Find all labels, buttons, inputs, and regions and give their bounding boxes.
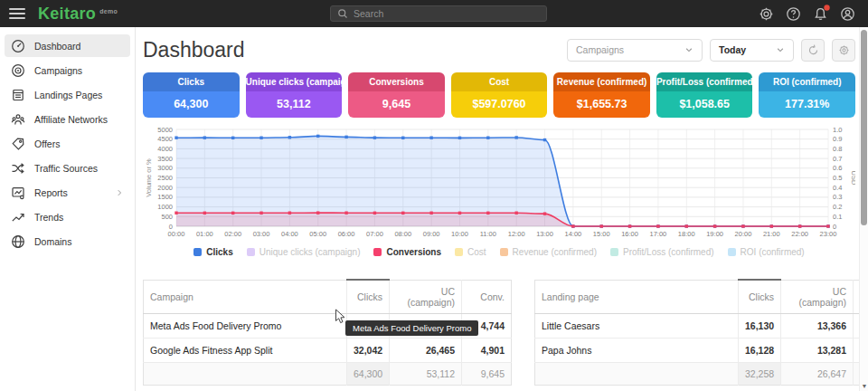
scrollbar-down-arrow[interactable]: ▼	[860, 383, 868, 389]
value-cell: 4,901	[462, 338, 512, 362]
global-search[interactable]	[330, 5, 547, 22]
total-cell	[535, 362, 739, 385]
legend-item-roi-confirmed[interactable]: ROI (confirmed)	[728, 247, 805, 257]
sidebar-item-domains[interactable]: Domains	[5, 230, 130, 253]
sidebar-item-traffic-sources[interactable]: Traffic Sources	[5, 157, 130, 179]
svg-text:500: 500	[161, 213, 173, 221]
svg-text:13:00: 13:00	[536, 230, 553, 238]
legend-item-profit-loss-confirmed[interactable]: Profit/Loss (confirmed)	[610, 247, 714, 257]
svg-text:0.5: 0.5	[833, 174, 842, 182]
column-header-uc-campaign[interactable]: UC (campaign)	[390, 280, 462, 313]
table-row[interactable]: Papa Johns16,12813,2812,417	[535, 338, 868, 362]
page-title: Dashboard	[143, 38, 245, 62]
column-header-campaign[interactable]: Campaign	[144, 280, 347, 313]
logo-demo-badge: demo	[99, 8, 118, 14]
legend-label: Unique clicks (campaign)	[259, 247, 361, 257]
total-cell: 26,647	[781, 362, 854, 385]
metric-card-profit-loss-confirmed[interactable]: Profit/Loss (confirmed)$1,058.65	[656, 72, 753, 118]
column-header-clicks[interactable]: Clicks	[347, 280, 390, 313]
column-header-clicks[interactable]: Clicks	[739, 280, 781, 313]
topbar-icon-group	[759, 0, 855, 27]
sidebar-item-label: Offers	[34, 138, 124, 149]
row-tooltip: Meta Ads Food Delivery Promo	[345, 320, 478, 336]
svg-text:19:00: 19:00	[706, 230, 723, 238]
svg-text:3000: 3000	[157, 164, 173, 172]
scrollbar-thumb[interactable]	[861, 30, 867, 225]
legend-item-revenue-confirmed[interactable]: Revenue (confirmed)	[500, 247, 597, 257]
metric-card-clicks[interactable]: Clicks64,300	[143, 72, 240, 118]
dashboard-settings-button[interactable]	[832, 39, 855, 62]
metric-card-conversions[interactable]: Conversions9,645	[348, 72, 445, 118]
metric-card-cost[interactable]: Cost$597.0760	[451, 72, 548, 118]
vertical-scrollbar[interactable]: ▼	[859, 27, 868, 391]
column-header-conv[interactable]: Conv.	[462, 280, 512, 313]
sidebar-item-label: Campaigns	[34, 65, 124, 76]
avatar-icon[interactable]	[840, 6, 855, 22]
traffic-icon	[11, 161, 25, 176]
sidebar-item-trends[interactable]: Trends	[5, 205, 130, 228]
metric-card-unique-clicks-campaign[interactable]: Unique clicks (campaign)53,112	[246, 72, 343, 118]
metric-label: Unique clicks (campaign)	[246, 72, 343, 91]
svg-text:0.8: 0.8	[833, 145, 842, 153]
sidebar-item-label: Landings Pages	[34, 90, 124, 100]
table-row[interactable]: Little Caesars16,13013,3662,327	[535, 313, 868, 338]
gear-icon[interactable]	[759, 6, 774, 22]
sidebar-item-dashboard[interactable]: Dashboard	[5, 34, 130, 57]
svg-text:10:00: 10:00	[451, 230, 468, 238]
total-cell	[144, 362, 347, 385]
legend-swatch	[500, 248, 508, 256]
landings-icon	[11, 88, 25, 102]
legend-item-unique-clicks-campaign[interactable]: Unique clicks (campaign)	[247, 247, 361, 257]
legend-swatch	[455, 248, 463, 256]
svg-text:02:00: 02:00	[224, 230, 241, 238]
campaigns-filter-select[interactable]: Campaigns	[567, 39, 703, 62]
help-icon[interactable]	[786, 6, 801, 22]
svg-text:1.0: 1.0	[833, 126, 842, 134]
svg-text:08:00: 08:00	[394, 230, 411, 238]
sidebar-item-campaigns[interactable]: Campaigns	[5, 59, 130, 81]
sidebar-item-reports[interactable]: Reports	[5, 181, 130, 204]
chart-legend: ClicksUnique clicks (campaign)Conversion…	[143, 247, 855, 257]
sidebar-item-offers[interactable]: Offers	[5, 132, 130, 155]
affiliate-icon	[11, 112, 25, 127]
total-cell: 53,112	[390, 362, 462, 385]
total-cell: 64,300	[347, 362, 390, 385]
svg-text:21:00: 21:00	[763, 230, 780, 238]
metric-value: 64,300	[143, 91, 240, 118]
menu-toggle-icon[interactable]	[9, 8, 25, 19]
svg-text:14:00: 14:00	[564, 230, 581, 238]
metric-card-revenue-confirmed[interactable]: Revenue (confirmed)$1,655.73	[553, 72, 650, 118]
gear-icon	[838, 44, 850, 56]
value-cell: 13,366	[781, 313, 854, 338]
refresh-icon	[807, 44, 819, 56]
sidebar-item-affiliate-networks[interactable]: Affiliate Networks	[5, 108, 130, 130]
app-logo[interactable]: Keitarodemo	[38, 5, 118, 24]
sidebar-item-label: Affiliate Networks	[34, 114, 124, 125]
legend-item-conversions[interactable]: Conversions	[373, 247, 441, 257]
legend-swatch	[193, 248, 202, 256]
bell-icon[interactable]	[813, 6, 828, 22]
column-header-landing-page[interactable]: Landing page	[535, 280, 739, 313]
legend-item-clicks[interactable]: Clicks	[193, 247, 232, 257]
svg-text:16:00: 16:00	[621, 230, 638, 238]
notification-dot	[824, 5, 830, 11]
refresh-button[interactable]	[801, 39, 825, 62]
svg-text:09:00: 09:00	[423, 230, 440, 238]
sidebar-item-landings-pages[interactable]: Landings Pages	[5, 83, 130, 106]
legend-label: Revenue (confirmed)	[513, 247, 597, 257]
legend-label: Clicks	[206, 247, 232, 257]
legend-item-cost[interactable]: Cost	[455, 247, 486, 257]
row-name-cell: Google Ads Fitness App Split	[144, 338, 347, 362]
table-row[interactable]: Google Ads Fitness App Split32,04226,465…	[144, 338, 512, 362]
column-header-uc-campaign[interactable]: UC (campaign)	[781, 280, 854, 313]
search-input[interactable]	[354, 8, 540, 19]
svg-text:4000: 4000	[157, 145, 173, 153]
metric-label: Profit/Loss (confirmed)	[656, 72, 753, 91]
metric-value: 177.31%	[759, 91, 855, 118]
svg-text:4500: 4500	[157, 135, 173, 143]
chart-canvas[interactable]: 0500100015002000250030003500400045005000…	[143, 125, 855, 241]
offers-icon	[11, 137, 25, 151]
date-range-select[interactable]: Today	[710, 39, 794, 62]
metric-card-roi-confirmed[interactable]: ROI (confirmed)177.31%	[759, 72, 855, 118]
value-cell: 16,130	[739, 313, 781, 338]
